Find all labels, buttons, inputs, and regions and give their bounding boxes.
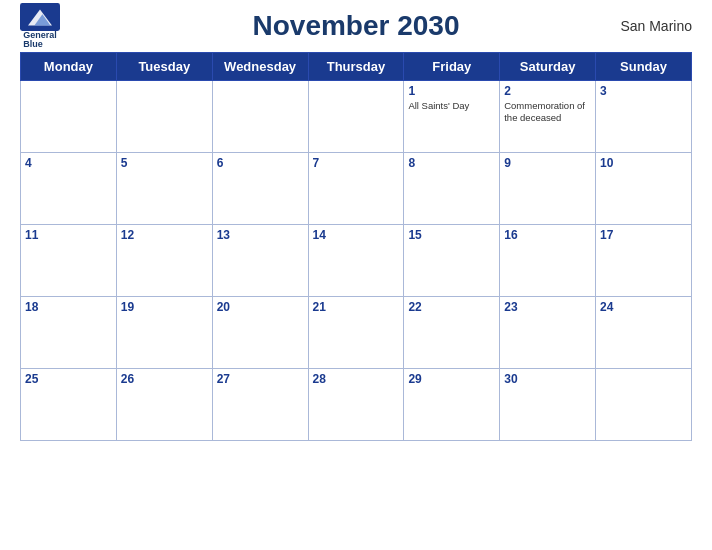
day-number: 3 — [600, 84, 687, 98]
day-number: 20 — [217, 300, 304, 314]
col-sunday: Sunday — [596, 53, 692, 81]
table-row: 20 — [212, 297, 308, 369]
table-row — [21, 81, 117, 153]
week-row-3: 11121314151617 — [21, 225, 692, 297]
day-number: 10 — [600, 156, 687, 170]
weekday-header-row: Monday Tuesday Wednesday Thursday Friday… — [21, 53, 692, 81]
table-row: 3 — [596, 81, 692, 153]
day-number: 16 — [504, 228, 591, 242]
day-number: 24 — [600, 300, 687, 314]
col-wednesday: Wednesday — [212, 53, 308, 81]
table-row — [116, 81, 212, 153]
day-number: 2 — [504, 84, 591, 98]
table-row: 19 — [116, 297, 212, 369]
day-number: 21 — [313, 300, 400, 314]
calendar-header: GeneralBlue November 2030 San Marino — [20, 10, 692, 42]
col-friday: Friday — [404, 53, 500, 81]
day-number: 11 — [25, 228, 112, 242]
col-saturday: Saturday — [500, 53, 596, 81]
col-tuesday: Tuesday — [116, 53, 212, 81]
day-number: 4 — [25, 156, 112, 170]
table-row: 26 — [116, 369, 212, 441]
table-row: 11 — [21, 225, 117, 297]
table-row: 13 — [212, 225, 308, 297]
day-number: 8 — [408, 156, 495, 170]
table-row: 21 — [308, 297, 404, 369]
holiday-label: Commemoration of the deceased — [504, 100, 591, 125]
country-label: San Marino — [620, 18, 692, 34]
table-row: 24 — [596, 297, 692, 369]
day-number: 23 — [504, 300, 591, 314]
day-number: 14 — [313, 228, 400, 242]
table-row: 9 — [500, 153, 596, 225]
table-row — [212, 81, 308, 153]
table-row: 2Commemoration of the deceased — [500, 81, 596, 153]
table-row: 18 — [21, 297, 117, 369]
table-row: 27 — [212, 369, 308, 441]
week-row-4: 18192021222324 — [21, 297, 692, 369]
day-number: 7 — [313, 156, 400, 170]
week-row-5: 252627282930 — [21, 369, 692, 441]
table-row: 25 — [21, 369, 117, 441]
day-number: 30 — [504, 372, 591, 386]
table-row: 29 — [404, 369, 500, 441]
table-row: 12 — [116, 225, 212, 297]
day-number: 19 — [121, 300, 208, 314]
table-row: 4 — [21, 153, 117, 225]
calendar-table: Monday Tuesday Wednesday Thursday Friday… — [20, 52, 692, 441]
col-thursday: Thursday — [308, 53, 404, 81]
table-row: 17 — [596, 225, 692, 297]
day-number: 22 — [408, 300, 495, 314]
day-number: 15 — [408, 228, 495, 242]
calendar-title: November 2030 — [252, 10, 459, 42]
day-number: 25 — [25, 372, 112, 386]
table-row: 5 — [116, 153, 212, 225]
day-number: 28 — [313, 372, 400, 386]
table-row: 6 — [212, 153, 308, 225]
table-row: 7 — [308, 153, 404, 225]
table-row: 16 — [500, 225, 596, 297]
day-number: 29 — [408, 372, 495, 386]
table-row: 8 — [404, 153, 500, 225]
week-row-1: 1All Saints' Day2Commemoration of the de… — [21, 81, 692, 153]
table-row: 22 — [404, 297, 500, 369]
table-row: 1All Saints' Day — [404, 81, 500, 153]
table-row — [308, 81, 404, 153]
day-number: 12 — [121, 228, 208, 242]
holiday-label: All Saints' Day — [408, 100, 495, 112]
day-number: 6 — [217, 156, 304, 170]
day-number: 17 — [600, 228, 687, 242]
table-row: 23 — [500, 297, 596, 369]
day-number: 18 — [25, 300, 112, 314]
table-row: 15 — [404, 225, 500, 297]
day-number: 26 — [121, 372, 208, 386]
table-row: 10 — [596, 153, 692, 225]
table-row — [596, 369, 692, 441]
day-number: 27 — [217, 372, 304, 386]
day-number: 9 — [504, 156, 591, 170]
table-row: 28 — [308, 369, 404, 441]
table-row: 14 — [308, 225, 404, 297]
day-number: 13 — [217, 228, 304, 242]
col-monday: Monday — [21, 53, 117, 81]
table-row: 30 — [500, 369, 596, 441]
day-number: 5 — [121, 156, 208, 170]
logo-text: GeneralBlue — [23, 31, 57, 49]
week-row-2: 45678910 — [21, 153, 692, 225]
day-number: 1 — [408, 84, 495, 98]
logo: GeneralBlue — [20, 3, 60, 49]
